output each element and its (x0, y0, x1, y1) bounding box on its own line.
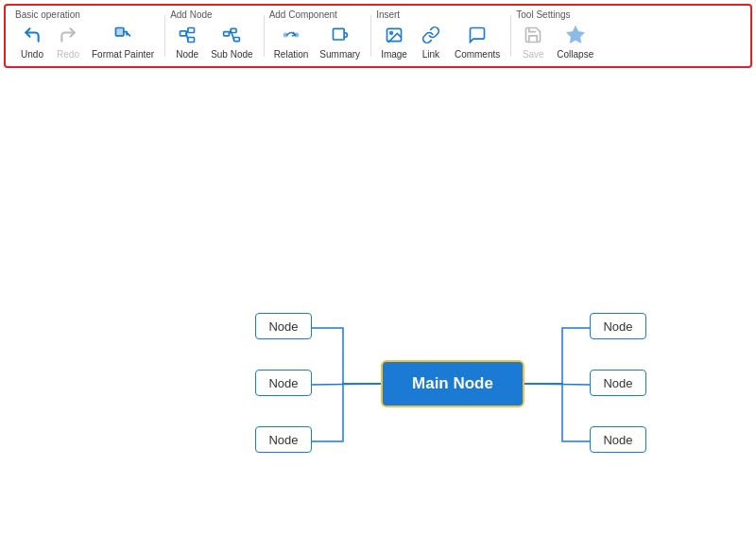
svg-rect-0 (116, 27, 124, 35)
summary-icon (331, 26, 350, 47)
svg-marker-18 (567, 26, 583, 42)
right-node-bot[interactable]: Node (590, 426, 646, 453)
svg-rect-5 (188, 37, 195, 42)
link-label: Link (422, 49, 439, 60)
basic-operation-items: Undo Redo (15, 22, 159, 62)
save-button[interactable]: Save (516, 23, 550, 62)
save-icon (524, 26, 542, 47)
right-node-mid-label: Node (603, 376, 632, 390)
right-node-top[interactable]: Node (590, 313, 646, 339)
toolbar-group-tool-settings: Tool Settings Save Collaps (510, 8, 604, 64)
toolbar: Basic operation Undo Redo (4, 4, 752, 68)
summary-button[interactable]: Summary (315, 23, 365, 62)
left-node-mid-label: Node (268, 376, 298, 390)
sub-node-label: Sub Node (211, 49, 252, 60)
svg-rect-8 (224, 31, 230, 35)
relation-label: Relation (274, 49, 309, 60)
node-icon (178, 26, 197, 47)
comments-label: Comments (455, 49, 500, 60)
node-label: Node (176, 49, 198, 60)
image-label: Image (381, 49, 407, 60)
add-component-items: Relation Summary (269, 22, 366, 62)
add-node-items: Node Sub Node (170, 22, 257, 62)
right-node-top-label: Node (603, 319, 632, 334)
svg-rect-10 (234, 37, 240, 41)
comments-icon (468, 26, 487, 47)
group-label-basic: Basic operation (15, 9, 159, 20)
right-node-bot-label: Node (603, 433, 632, 447)
link-icon (421, 26, 440, 47)
undo-label: Undo (21, 49, 43, 60)
undo-button[interactable]: Undo (15, 23, 49, 62)
left-node-mid[interactable]: Node (255, 370, 312, 396)
relation-button[interactable]: Relation (269, 23, 314, 62)
svg-line-7 (186, 33, 188, 40)
main-node[interactable]: Main Node (381, 360, 524, 407)
redo-icon (59, 26, 77, 47)
canvas: Node Node Node Main Node Node Node Node (0, 72, 756, 552)
right-node-mid[interactable]: Node (590, 370, 646, 396)
group-label-tool-settings: Tool Settings (516, 9, 598, 20)
insert-items: Image Link Comments (376, 22, 505, 62)
tool-settings-items: Save Collapse (516, 22, 598, 62)
toolbar-group-add-node: Add Node Node (164, 8, 263, 64)
left-node-top-label: Node (268, 319, 298, 334)
connection-lines (0, 72, 756, 552)
image-icon (385, 26, 404, 47)
group-label-insert: Insert (376, 9, 505, 20)
toolbar-group-add-component: Add Component Relation (264, 8, 371, 64)
summary-label: Summary (319, 49, 360, 60)
redo-label: Redo (57, 49, 79, 60)
format-painter-icon (113, 26, 132, 47)
save-label: Save (523, 49, 544, 60)
group-label-add-component: Add Component (269, 9, 366, 20)
toolbar-group-basic-operation: Basic operation Undo Redo (9, 8, 164, 64)
undo-icon (23, 26, 42, 47)
sub-node-button[interactable]: Sub Node (206, 23, 257, 62)
left-node-bot-label: Node (268, 433, 298, 447)
left-node-top[interactable]: Node (255, 313, 312, 339)
comments-button[interactable]: Comments (450, 23, 505, 62)
svg-rect-4 (188, 27, 195, 32)
format-painter-button[interactable]: Format Painter (87, 23, 159, 62)
relation-icon (282, 26, 301, 47)
sub-node-icon (222, 26, 241, 47)
left-node-bot[interactable]: Node (255, 426, 312, 453)
add-node-button[interactable]: Node (170, 23, 204, 62)
format-painter-label: Format Painter (92, 49, 154, 60)
main-node-label: Main Node (412, 374, 493, 393)
svg-rect-3 (180, 30, 187, 35)
collapse-button[interactable]: Collapse (552, 23, 598, 62)
svg-point-17 (390, 31, 393, 34)
svg-rect-15 (333, 28, 344, 40)
collapse-label: Collapse (557, 49, 593, 60)
collapse-icon (566, 26, 585, 47)
toolbar-group-insert: Insert Image (370, 8, 510, 64)
redo-button[interactable]: Redo (51, 23, 85, 62)
image-button[interactable]: Image (376, 23, 412, 62)
link-button[interactable]: Link (414, 23, 448, 62)
group-label-add-node: Add Node (170, 9, 257, 20)
